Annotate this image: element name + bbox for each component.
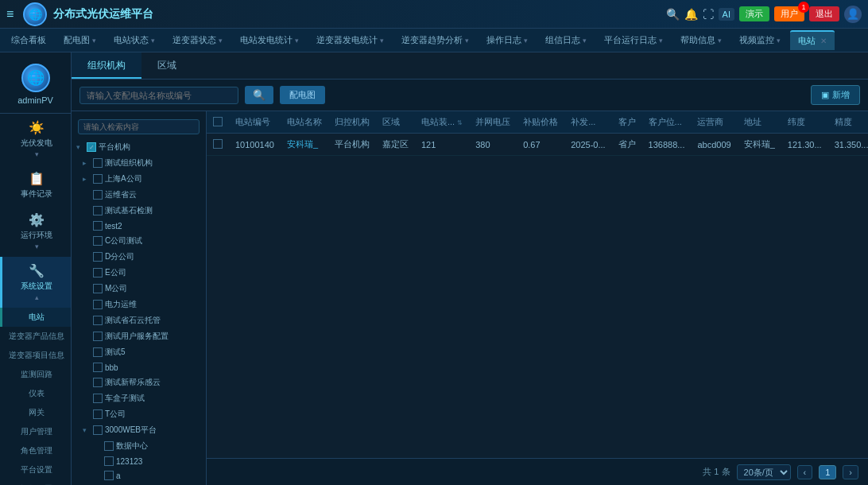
sidebar-item-solar[interactable]: ☀️ 光伏发电 ▾ [0,114,71,165]
tree-checkbox[interactable] [93,190,103,200]
tree-checkbox[interactable] [93,378,103,387]
tab-dashboard[interactable]: 综合看板 [3,31,54,49]
search-input[interactable] [79,87,238,104]
user-button[interactable]: 用户 1 [774,6,804,21]
ai-icon[interactable]: AI [719,8,734,21]
tab-group-log[interactable]: 组信日志 ▾ [537,31,595,49]
tree-node[interactable]: C公司测试 [72,233,206,249]
tree-node[interactable]: 车盒子测试 [72,390,206,406]
tree-checkbox[interactable] [104,456,114,466]
cell-station-name[interactable]: 安科瑞_ [281,134,328,156]
tab-arrow: ▾ [219,37,223,45]
tree-checkbox[interactable] [93,158,103,168]
tree-checkbox[interactable] [93,236,103,246]
tree-node[interactable]: 测试5 [72,344,206,360]
tree-node[interactable]: ▾ 3000WEB平台 [72,422,206,438]
tree-node[interactable]: test2 [72,219,206,233]
search-icon[interactable]: 🔍 [666,8,680,21]
tree-node[interactable]: 测试用户服务配置 [72,328,206,344]
tree-node[interactable]: D分公司 [72,249,206,265]
sidebar-sub-item-inverter-product[interactable]: 逆变器产品信息 [0,327,71,346]
tree-node[interactable]: a [72,468,206,483]
tree-checkbox[interactable] [104,441,114,451]
tree-search-wrapper [72,114,206,139]
sidebar-sub-item-video-settings[interactable]: 视频设置 [0,479,71,485]
tree-node[interactable]: E公司 [72,265,206,281]
sidebar-username: adminPV [17,95,53,105]
tab-inverter-status[interactable]: 逆变器状态 ▾ [165,31,231,49]
tree-checkbox[interactable] [93,206,103,215]
tree-checkbox[interactable] [93,252,103,262]
tree-checkbox[interactable] [93,394,103,403]
tab-platform-log[interactable]: 平台运行日志 ▾ [596,31,671,49]
sidebar-item-events[interactable]: 📋 事件记录 [0,165,71,206]
logout-button[interactable]: 退出 [809,6,839,21]
tab-distribution[interactable]: 配电图 ▾ [56,31,104,49]
next-page-button[interactable]: › [843,465,858,479]
tree-checkbox[interactable] [93,174,103,184]
current-page-button[interactable]: 1 [819,465,836,479]
tree-node[interactable]: M公司 [72,281,206,297]
tree-search-input[interactable] [78,119,200,134]
tab-video[interactable]: 视频监控 ▾ [731,31,789,49]
tree-node[interactable]: 123123 [72,454,206,468]
tree-checkbox[interactable]: ✓ [87,142,96,152]
tree-node[interactable]: T公司 [72,406,206,422]
tree-checkbox[interactable] [93,300,103,309]
search-button[interactable]: 🔍 [245,86,273,104]
tree-checkbox[interactable] [93,363,103,372]
avatar[interactable]: 👤 [844,6,862,23]
tree-checkbox[interactable] [93,425,103,435]
tree-node[interactable]: 数据中心 [72,438,206,454]
tree-node[interactable]: ▸ 测试组织机构 [72,155,206,171]
tab-inverter-trend[interactable]: 逆变器趋势分析 ▾ [393,31,477,49]
tree-checkbox[interactable] [93,332,103,341]
sidebar-sub-item-inverter-project[interactable]: 逆变器项目信息 [0,346,71,365]
tab-station-stats[interactable]: 电站发电统计 ▾ [232,31,307,49]
sidebar-sub-item-roles[interactable]: 角色管理 [0,441,71,460]
sidebar-sub-item-platform[interactable]: 平台设置 [0,460,71,479]
tree-checkbox[interactable] [93,221,103,231]
sidebar-sub-item-station[interactable]: 电站 [0,308,71,327]
sidebar-sub-item-gateway[interactable]: 网关 [0,403,71,422]
prev-page-button[interactable]: ‹ [797,465,813,479]
page-size-select[interactable]: 20条/页 [737,464,791,480]
tab-inverter-stats[interactable]: 逆变器发电统计 ▾ [308,31,392,49]
notification-icon[interactable]: 🔔 [684,8,698,21]
tab-org[interactable]: 组织机构 [72,52,141,79]
sidebar-item-settings[interactable]: 🔧 系统设置 ▴ [0,257,71,308]
fullscreen-icon[interactable]: ⛶ [703,8,714,21]
sidebar-item-environment[interactable]: ⚙️ 运行环境 ▾ [0,206,71,257]
tab-area[interactable]: 区域 [141,52,192,79]
sidebar-sub-item-users[interactable]: 用户管理 [0,422,71,441]
tree-node[interactable]: 测试省石云托管 [72,312,206,328]
tree-checkbox[interactable] [93,268,103,277]
tree-checkbox[interactable] [93,316,103,325]
tree-node[interactable]: ▾ ✓ 平台机构 [72,139,206,155]
tree-node[interactable]: ▸ 上海A公司 [72,171,206,187]
new-button[interactable]: ▣ 新增 [811,85,860,105]
distribution-map-button[interactable]: 配电图 [280,86,325,104]
tab-close-icon[interactable]: ✕ [820,37,827,45]
tab-station[interactable]: 电站 ✕ [790,30,835,50]
tab-operation-log[interactable]: 操作日志 ▾ [479,31,536,49]
header-checkbox[interactable] [213,117,223,126]
tab-help[interactable]: 帮助信息 ▾ [672,31,730,49]
tree-checkbox[interactable] [93,347,103,357]
tree-checkbox[interactable] [104,471,114,480]
tree-node[interactable]: bbb [72,360,206,374]
row-checkbox-cell[interactable] [207,134,229,156]
tree-node[interactable]: 测试新帮乐感云 [72,374,206,390]
chevron-right-icon: ▾ [35,242,39,250]
demo-button[interactable]: 演示 [739,6,769,21]
tree-node[interactable]: 测试基石检测 [72,203,206,219]
sidebar-sub-item-monitor[interactable]: 监测回路 [0,365,71,384]
tree-node[interactable]: 电力运维 [72,297,206,312]
tab-station-status[interactable]: 电站状态 ▾ [106,31,163,49]
menu-toggle-icon[interactable]: ≡ [6,7,14,21]
sidebar-sub-item-meter[interactable]: 仪表 [0,384,71,403]
tree-checkbox[interactable] [93,284,103,293]
tree-node[interactable]: 运维省云 [72,187,206,203]
th-comp: 补发... [564,111,611,134]
tree-checkbox[interactable] [93,409,103,419]
